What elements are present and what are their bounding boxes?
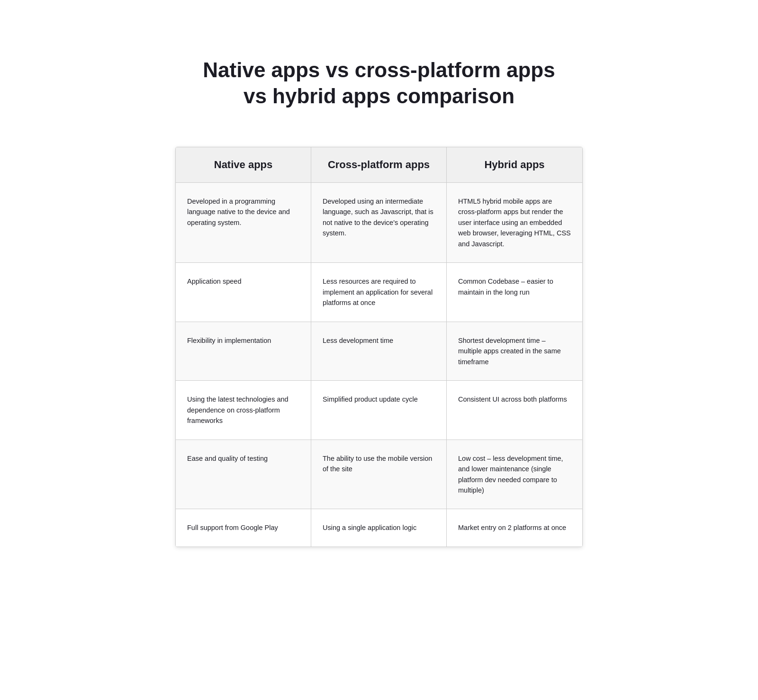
cell-row2-cross: Less development time xyxy=(311,322,447,380)
table-row: Using the latest technologies and depend… xyxy=(176,380,582,439)
cell-row5-hybrid: Market entry on 2 platforms at once xyxy=(447,509,582,546)
cell-row1-hybrid: Common Codebase – easier to maintain in … xyxy=(447,263,582,321)
cell-row4-native: Ease and quality of testing xyxy=(176,440,311,509)
table-row: Flexibility in implementation Less devel… xyxy=(176,322,582,380)
table-row: Developed in a programming language nati… xyxy=(176,182,582,262)
table-body: Developed in a programming language nati… xyxy=(176,182,582,547)
page-title: Native apps vs cross-platform apps vs hy… xyxy=(199,57,559,109)
cell-row4-cross: The ability to use the mobile version of… xyxy=(311,440,447,509)
cell-row3-hybrid: Consistent UI across both platforms xyxy=(447,381,582,439)
cell-row3-cross: Simplified product update cycle xyxy=(311,381,447,439)
cell-row1-cross: Less resources are required to implement… xyxy=(311,263,447,321)
header-hybrid: Hybrid apps xyxy=(447,147,582,182)
page-wrapper: Native apps vs cross-platform apps vs hy… xyxy=(0,0,758,604)
cell-row1-native: Application speed xyxy=(176,263,311,321)
cell-row3-native: Using the latest technologies and depend… xyxy=(176,381,311,439)
header-native: Native apps xyxy=(176,147,311,182)
table-row: Full support from Google Play Using a si… xyxy=(176,509,582,546)
cell-row5-cross: Using a single application logic xyxy=(311,509,447,546)
table-row: Application speed Less resources are req… xyxy=(176,262,582,321)
cell-row2-native: Flexibility in implementation xyxy=(176,322,311,380)
cell-row5-native: Full support from Google Play xyxy=(176,509,311,546)
table-header: Native apps Cross-platform apps Hybrid a… xyxy=(176,147,582,182)
table-row: Ease and quality of testing The ability … xyxy=(176,440,582,509)
cell-row4-hybrid: Low cost – less development time, and lo… xyxy=(447,440,582,509)
header-cross: Cross-platform apps xyxy=(311,147,447,182)
cell-row0-native: Developed in a programming language nati… xyxy=(176,183,311,262)
cell-row2-hybrid: Shortest development time – multiple app… xyxy=(447,322,582,380)
comparison-table: Native apps Cross-platform apps Hybrid a… xyxy=(175,147,583,547)
cell-row0-hybrid: HTML5 hybrid mobile apps are cross-platf… xyxy=(447,183,582,262)
cell-row0-cross: Developed using an intermediate language… xyxy=(311,183,447,262)
